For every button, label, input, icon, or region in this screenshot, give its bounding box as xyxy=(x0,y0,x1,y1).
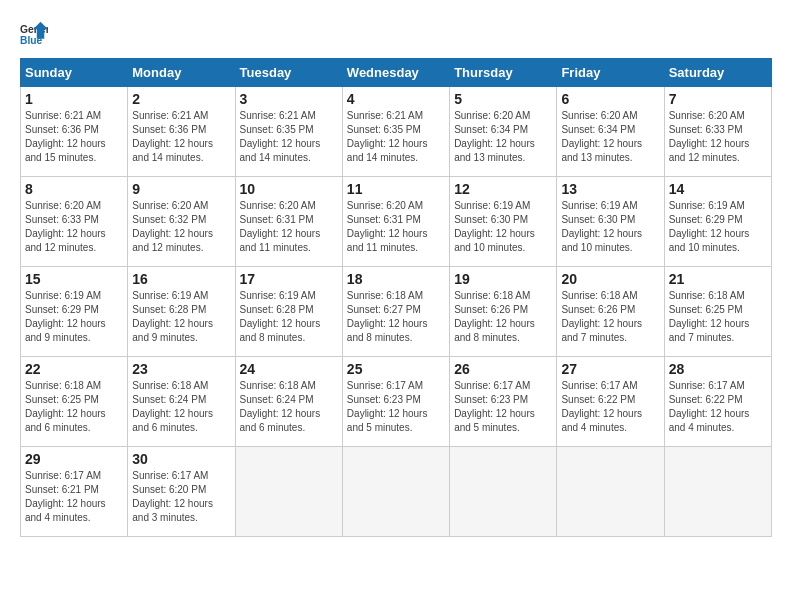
day-number: 7 xyxy=(669,91,767,107)
page-header: General Blue xyxy=(20,20,772,48)
day-number: 30 xyxy=(132,451,230,467)
day-info: Sunrise: 6:20 AMSunset: 6:34 PMDaylight:… xyxy=(454,109,552,165)
day-number: 26 xyxy=(454,361,552,377)
calendar-day-cell xyxy=(342,447,449,537)
weekday-header-saturday: Saturday xyxy=(664,59,771,87)
calendar-day-cell: 9Sunrise: 6:20 AMSunset: 6:32 PMDaylight… xyxy=(128,177,235,267)
day-info: Sunrise: 6:20 AMSunset: 6:32 PMDaylight:… xyxy=(132,199,230,255)
weekday-header-tuesday: Tuesday xyxy=(235,59,342,87)
calendar-day-cell: 4Sunrise: 6:21 AMSunset: 6:35 PMDaylight… xyxy=(342,87,449,177)
day-info: Sunrise: 6:21 AMSunset: 6:35 PMDaylight:… xyxy=(347,109,445,165)
calendar-day-cell: 2Sunrise: 6:21 AMSunset: 6:36 PMDaylight… xyxy=(128,87,235,177)
calendar-week-row: 1Sunrise: 6:21 AMSunset: 6:36 PMDaylight… xyxy=(21,87,772,177)
day-number: 6 xyxy=(561,91,659,107)
calendar-day-cell xyxy=(450,447,557,537)
day-info: Sunrise: 6:21 AMSunset: 6:35 PMDaylight:… xyxy=(240,109,338,165)
calendar-day-cell: 25Sunrise: 6:17 AMSunset: 6:23 PMDayligh… xyxy=(342,357,449,447)
day-number: 17 xyxy=(240,271,338,287)
day-info: Sunrise: 6:17 AMSunset: 6:21 PMDaylight:… xyxy=(25,469,123,525)
calendar-day-cell: 1Sunrise: 6:21 AMSunset: 6:36 PMDaylight… xyxy=(21,87,128,177)
calendar-day-cell: 21Sunrise: 6:18 AMSunset: 6:25 PMDayligh… xyxy=(664,267,771,357)
calendar-day-cell xyxy=(664,447,771,537)
calendar-day-cell: 7Sunrise: 6:20 AMSunset: 6:33 PMDaylight… xyxy=(664,87,771,177)
calendar-day-cell: 13Sunrise: 6:19 AMSunset: 6:30 PMDayligh… xyxy=(557,177,664,267)
day-info: Sunrise: 6:21 AMSunset: 6:36 PMDaylight:… xyxy=(25,109,123,165)
calendar-day-cell xyxy=(235,447,342,537)
day-info: Sunrise: 6:17 AMSunset: 6:23 PMDaylight:… xyxy=(454,379,552,435)
logo-icon: General Blue xyxy=(20,20,48,48)
day-number: 12 xyxy=(454,181,552,197)
day-number: 4 xyxy=(347,91,445,107)
calendar-day-cell: 23Sunrise: 6:18 AMSunset: 6:24 PMDayligh… xyxy=(128,357,235,447)
day-number: 24 xyxy=(240,361,338,377)
calendar-day-cell: 19Sunrise: 6:18 AMSunset: 6:26 PMDayligh… xyxy=(450,267,557,357)
calendar-day-cell: 24Sunrise: 6:18 AMSunset: 6:24 PMDayligh… xyxy=(235,357,342,447)
day-number: 10 xyxy=(240,181,338,197)
day-number: 25 xyxy=(347,361,445,377)
day-number: 2 xyxy=(132,91,230,107)
day-info: Sunrise: 6:18 AMSunset: 6:27 PMDaylight:… xyxy=(347,289,445,345)
weekday-header-friday: Friday xyxy=(557,59,664,87)
day-number: 3 xyxy=(240,91,338,107)
day-info: Sunrise: 6:19 AMSunset: 6:30 PMDaylight:… xyxy=(561,199,659,255)
day-number: 16 xyxy=(132,271,230,287)
day-info: Sunrise: 6:20 AMSunset: 6:31 PMDaylight:… xyxy=(240,199,338,255)
day-number: 19 xyxy=(454,271,552,287)
calendar-header: SundayMondayTuesdayWednesdayThursdayFrid… xyxy=(21,59,772,87)
day-info: Sunrise: 6:21 AMSunset: 6:36 PMDaylight:… xyxy=(132,109,230,165)
day-number: 18 xyxy=(347,271,445,287)
day-info: Sunrise: 6:18 AMSunset: 6:25 PMDaylight:… xyxy=(669,289,767,345)
weekday-header-wednesday: Wednesday xyxy=(342,59,449,87)
day-number: 13 xyxy=(561,181,659,197)
day-info: Sunrise: 6:20 AMSunset: 6:33 PMDaylight:… xyxy=(25,199,123,255)
day-number: 22 xyxy=(25,361,123,377)
calendar-day-cell: 17Sunrise: 6:19 AMSunset: 6:28 PMDayligh… xyxy=(235,267,342,357)
calendar-day-cell: 26Sunrise: 6:17 AMSunset: 6:23 PMDayligh… xyxy=(450,357,557,447)
day-info: Sunrise: 6:17 AMSunset: 6:22 PMDaylight:… xyxy=(561,379,659,435)
day-number: 9 xyxy=(132,181,230,197)
calendar-day-cell: 27Sunrise: 6:17 AMSunset: 6:22 PMDayligh… xyxy=(557,357,664,447)
calendar-day-cell: 15Sunrise: 6:19 AMSunset: 6:29 PMDayligh… xyxy=(21,267,128,357)
logo: General Blue xyxy=(20,20,52,48)
calendar-day-cell: 5Sunrise: 6:20 AMSunset: 6:34 PMDaylight… xyxy=(450,87,557,177)
calendar-day-cell xyxy=(557,447,664,537)
day-number: 15 xyxy=(25,271,123,287)
day-info: Sunrise: 6:17 AMSunset: 6:23 PMDaylight:… xyxy=(347,379,445,435)
calendar-day-cell: 8Sunrise: 6:20 AMSunset: 6:33 PMDaylight… xyxy=(21,177,128,267)
day-info: Sunrise: 6:18 AMSunset: 6:26 PMDaylight:… xyxy=(454,289,552,345)
day-info: Sunrise: 6:20 AMSunset: 6:34 PMDaylight:… xyxy=(561,109,659,165)
day-number: 14 xyxy=(669,181,767,197)
weekday-header-sunday: Sunday xyxy=(21,59,128,87)
day-info: Sunrise: 6:18 AMSunset: 6:26 PMDaylight:… xyxy=(561,289,659,345)
calendar-week-row: 15Sunrise: 6:19 AMSunset: 6:29 PMDayligh… xyxy=(21,267,772,357)
day-number: 20 xyxy=(561,271,659,287)
calendar-day-cell: 14Sunrise: 6:19 AMSunset: 6:29 PMDayligh… xyxy=(664,177,771,267)
calendar-day-cell: 6Sunrise: 6:20 AMSunset: 6:34 PMDaylight… xyxy=(557,87,664,177)
calendar-week-row: 8Sunrise: 6:20 AMSunset: 6:33 PMDaylight… xyxy=(21,177,772,267)
calendar-day-cell: 28Sunrise: 6:17 AMSunset: 6:22 PMDayligh… xyxy=(664,357,771,447)
calendar-table: SundayMondayTuesdayWednesdayThursdayFrid… xyxy=(20,58,772,537)
day-number: 1 xyxy=(25,91,123,107)
calendar-day-cell: 16Sunrise: 6:19 AMSunset: 6:28 PMDayligh… xyxy=(128,267,235,357)
day-info: Sunrise: 6:17 AMSunset: 6:20 PMDaylight:… xyxy=(132,469,230,525)
weekday-header-monday: Monday xyxy=(128,59,235,87)
day-info: Sunrise: 6:20 AMSunset: 6:31 PMDaylight:… xyxy=(347,199,445,255)
day-info: Sunrise: 6:19 AMSunset: 6:29 PMDaylight:… xyxy=(25,289,123,345)
day-number: 23 xyxy=(132,361,230,377)
day-info: Sunrise: 6:18 AMSunset: 6:24 PMDaylight:… xyxy=(132,379,230,435)
day-info: Sunrise: 6:18 AMSunset: 6:25 PMDaylight:… xyxy=(25,379,123,435)
calendar-day-cell: 12Sunrise: 6:19 AMSunset: 6:30 PMDayligh… xyxy=(450,177,557,267)
calendar-day-cell: 30Sunrise: 6:17 AMSunset: 6:20 PMDayligh… xyxy=(128,447,235,537)
day-number: 8 xyxy=(25,181,123,197)
day-info: Sunrise: 6:19 AMSunset: 6:30 PMDaylight:… xyxy=(454,199,552,255)
calendar-day-cell: 29Sunrise: 6:17 AMSunset: 6:21 PMDayligh… xyxy=(21,447,128,537)
day-number: 5 xyxy=(454,91,552,107)
day-info: Sunrise: 6:19 AMSunset: 6:28 PMDaylight:… xyxy=(132,289,230,345)
weekday-header-thursday: Thursday xyxy=(450,59,557,87)
day-info: Sunrise: 6:20 AMSunset: 6:33 PMDaylight:… xyxy=(669,109,767,165)
calendar-day-cell: 22Sunrise: 6:18 AMSunset: 6:25 PMDayligh… xyxy=(21,357,128,447)
day-number: 28 xyxy=(669,361,767,377)
day-info: Sunrise: 6:17 AMSunset: 6:22 PMDaylight:… xyxy=(669,379,767,435)
day-number: 21 xyxy=(669,271,767,287)
calendar-day-cell: 10Sunrise: 6:20 AMSunset: 6:31 PMDayligh… xyxy=(235,177,342,267)
